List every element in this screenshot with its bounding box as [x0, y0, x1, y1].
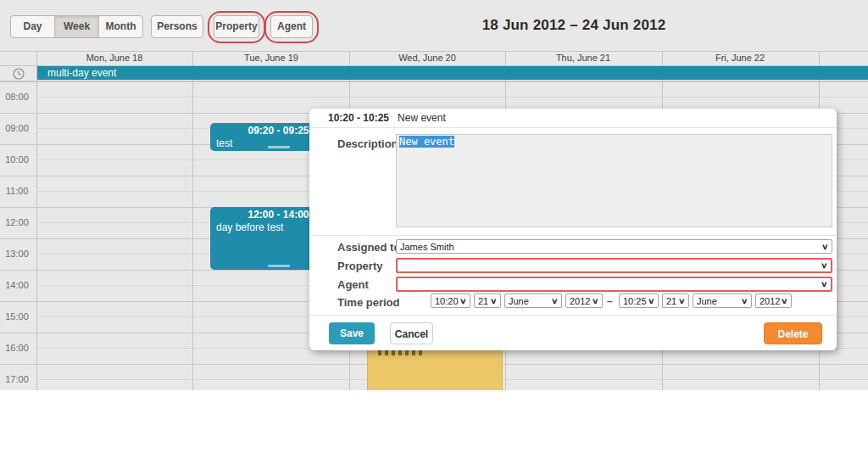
start-day-select[interactable]: 21 ∨: [474, 294, 501, 308]
assigned-to-label: Assigned to: [337, 241, 400, 254]
description-label: Description: [337, 137, 398, 150]
tab-week[interactable]: Week: [55, 16, 99, 37]
start-month-value: June: [509, 296, 552, 306]
assigned-to-select[interactable]: James Smith ∨: [396, 239, 832, 254]
agent-select[interactable]: ∨: [396, 277, 832, 292]
allday-bottom-border: [0, 81, 868, 81]
cancel-button[interactable]: Cancel: [390, 322, 433, 344]
chevron-down-icon: ∨: [741, 297, 748, 305]
event-dialog: 10:20 - 10:25New event Description New e…: [309, 109, 837, 350]
day-header-mon: Mon, June 18: [86, 53, 143, 63]
time-label: 11:00: [0, 176, 34, 207]
event-resize-handle[interactable]: [268, 265, 290, 267]
selected-text: New event: [399, 136, 454, 148]
chevron-down-icon: ∨: [490, 297, 498, 305]
scheduler-app: Day Week Month Persons Property Agent 18…: [0, 0, 868, 453]
column-border: [192, 51, 193, 390]
clock-icon: [13, 68, 25, 80]
chevron-down-icon: ∨: [551, 297, 559, 305]
property-label: Property: [337, 260, 382, 272]
chevron-down-icon: ∨: [781, 297, 788, 305]
end-time-select[interactable]: 10:25 ∨: [619, 294, 659, 308]
chevron-down-icon: ∨: [821, 280, 828, 288]
time-label: 09:00: [0, 113, 34, 144]
end-day-select[interactable]: 21 ∨: [662, 294, 689, 308]
start-time-value: 10:20: [435, 296, 460, 306]
header-top-border: [0, 51, 868, 52]
start-year-select[interactable]: 2012 ∨: [565, 294, 603, 308]
dialog-header-time: 10:20 - 10:25: [328, 112, 389, 124]
delete-button[interactable]: Delete: [764, 322, 822, 344]
day-header-tue: Tue, June 19: [244, 53, 298, 63]
dialog-divider: [309, 235, 837, 236]
time-label: 12:00: [0, 207, 34, 238]
chevron-down-icon: ∨: [821, 261, 828, 270]
description-textarea[interactable]: New event: [396, 134, 832, 227]
start-month-select[interactable]: June ∨: [504, 294, 562, 308]
time-label: 08:00: [0, 81, 34, 113]
allday-gutter: [0, 66, 36, 81]
property-select[interactable]: ∨: [396, 258, 832, 273]
time-label: 16:00: [0, 333, 34, 364]
chevron-down-icon: ∨: [821, 243, 829, 251]
time-label: 13:00: [0, 238, 34, 270]
time-label: 10:00: [0, 144, 34, 176]
save-button[interactable]: Save: [329, 322, 375, 344]
day-header-thu: Thu, June 21: [556, 53, 610, 63]
time-period-separator: –: [607, 295, 613, 307]
end-year-select[interactable]: 2012 ∨: [755, 294, 792, 308]
multiday-event[interactable]: multi-day event: [37, 66, 868, 80]
page-bottom: [0, 390, 868, 453]
end-month-value: June: [697, 296, 742, 306]
date-range-title: 18 Jun 2012 – 24 Jun 2012: [482, 17, 666, 34]
property-button[interactable]: Property: [214, 15, 259, 38]
dialog-divider: [309, 315, 837, 316]
start-year-value: 2012: [570, 296, 593, 306]
assigned-to-value: James Smith: [400, 242, 822, 252]
chevron-down-icon: ∨: [648, 297, 655, 305]
end-year-value: 2012: [760, 296, 782, 306]
day-header-wed: Wed, June 20: [398, 53, 456, 63]
chevron-down-icon: ∨: [459, 297, 467, 305]
persons-button[interactable]: Persons: [151, 15, 203, 38]
event-resize-handle[interactable]: [268, 146, 290, 148]
tab-month[interactable]: Month: [99, 16, 142, 37]
chevron-down-icon: ∨: [678, 297, 686, 305]
view-switcher: Day Week Month: [10, 15, 143, 38]
chevron-down-icon: ∨: [592, 297, 599, 305]
start-time-select[interactable]: 10:20 ∨: [431, 294, 470, 308]
dialog-header: 10:20 - 10:25New event: [309, 109, 837, 128]
agent-label: Agent: [337, 278, 369, 291]
time-gutter-border: [36, 51, 37, 390]
agent-button[interactable]: Agent: [270, 15, 313, 38]
end-time-value: 10:25: [623, 296, 648, 306]
dialog-header-title: New event: [398, 112, 446, 124]
time-label: 14:00: [0, 270, 34, 301]
day-header-fri: Fri, June 22: [715, 53, 765, 63]
tab-day[interactable]: Day: [11, 16, 55, 37]
time-label: 15:00: [0, 301, 34, 333]
time-period-label: Time period: [337, 296, 399, 309]
end-month-select[interactable]: June ∨: [693, 294, 752, 308]
